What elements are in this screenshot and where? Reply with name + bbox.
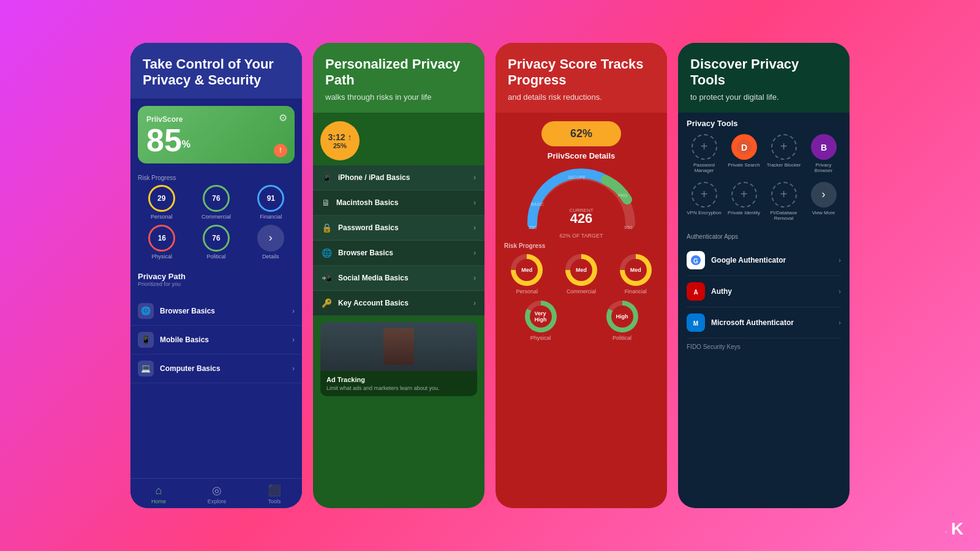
iphone-icon: 📱 xyxy=(322,173,332,182)
bottom-nav: ⌂ Home ◎ Explore ⬛ Tools xyxy=(130,478,302,508)
video-thumbnail xyxy=(320,322,477,371)
plus-icon-password: + xyxy=(692,134,717,160)
tool-view-more[interactable]: › View More xyxy=(806,182,841,221)
risk-row-3-2: VeryHigh Physical High Political xyxy=(504,301,658,341)
auth-arrow-authy: › xyxy=(839,287,841,296)
card2-header: Personalized Privacy Path walks through … xyxy=(313,43,484,113)
card3-title: Privacy Score Tracks Progress xyxy=(508,56,655,89)
svg-text:G: G xyxy=(693,258,698,264)
risk-val-political: 76 xyxy=(212,234,220,242)
risk-donut-inner-political: High xyxy=(611,305,633,328)
risk-circles-row1: 29 Personal 76 Commercial 91 Financial xyxy=(138,185,295,220)
nav-item-browser[interactable]: 🌐 Browser Basics › xyxy=(130,297,302,326)
microsoft-icon: M xyxy=(687,313,705,332)
home-icon: ⌂ xyxy=(155,484,162,497)
menu-item-key-account[interactable]: 🔑 Key Account Basics › xyxy=(313,291,484,316)
svg-text:SECURE: SECURE xyxy=(568,175,586,179)
menu-item-password[interactable]: 🔒 Password Basics › xyxy=(313,216,484,241)
risk-item-personal: 29 Personal xyxy=(148,185,175,220)
bottom-nav-explore[interactable]: ◎ Explore xyxy=(208,484,227,504)
privacy-tools-section: Privacy Tools + Password Manager D xyxy=(678,113,850,233)
auth-section-title: Authenticator Apps xyxy=(687,233,841,240)
risk-label-3: Risk Progress xyxy=(504,242,658,249)
bottom-nav-home[interactable]: ⌂ Home xyxy=(151,484,166,504)
risk-name-3-commercial: Commercial xyxy=(567,288,596,294)
risk-section-1: Risk Progress 29 Personal 76 Commercial … xyxy=(130,171,302,267)
tool-pi-removal[interactable]: + PI/Database Removal xyxy=(766,182,801,221)
risk-circle-political: 76 xyxy=(203,225,230,252)
chevron-right-icon-2: › xyxy=(292,335,295,344)
auth-row-ms[interactable]: M Microsoft Authenticator › xyxy=(687,307,841,339)
tool-password-manager[interactable]: + Password Manager xyxy=(687,134,722,173)
menu-item-mac[interactable]: 🖥 Macintosh Basics › xyxy=(313,190,484,216)
auth-name-authy: Authy xyxy=(711,287,839,296)
explore-icon: ◎ xyxy=(212,484,222,497)
menu-item-iphone[interactable]: 📱 iPhone / iPad Basics › xyxy=(313,165,484,190)
card1-header: Take Control of Your Privacy & Security xyxy=(130,43,302,99)
gauge-title: PriivScore Details xyxy=(508,151,655,160)
menu-label-social: Social Media Basics xyxy=(338,274,473,282)
browser-icon-2: 🌐 xyxy=(322,248,332,258)
privacy-tools-title: Privacy Tools xyxy=(687,119,841,128)
risk-name-physical: Physical xyxy=(152,253,173,260)
card2-title: Personalized Privacy Path xyxy=(325,56,472,89)
nav-label-explore: Explore xyxy=(208,498,227,504)
tool-vpn[interactable]: + VPN Encryption xyxy=(687,182,722,221)
menu-arrow-6: › xyxy=(473,299,476,307)
phone-card-3: Privacy Score Tracks Progress and detail… xyxy=(496,43,667,508)
menu-item-browser[interactable]: 🌐 Browser Basics › xyxy=(313,241,484,266)
menu-item-social[interactable]: 📲 Social Media Basics › xyxy=(313,266,484,291)
details-chevron-icon[interactable]: › xyxy=(257,225,284,252)
svg-text:950: 950 xyxy=(624,225,633,230)
menu-arrow-3: › xyxy=(473,223,476,232)
card1-body: PriivScore ⚙ 85% ! Risk Progress 29 Pers… xyxy=(130,99,302,478)
bottom-nav-tools[interactable]: ⬛ Tools xyxy=(268,484,281,504)
risk-val-physical: 16 xyxy=(158,234,166,242)
google-icon: G xyxy=(687,251,705,269)
risk-circle-physical: 16 xyxy=(148,225,175,252)
plus-icon-identity: + xyxy=(731,182,757,208)
gauge-svg: 250 950 SECURE BASIC PRO CURRENT 426 xyxy=(520,163,643,233)
nav-label-computer: Computer Basics xyxy=(160,364,292,373)
risk-section-3: Risk Progress Med Personal Med Commercia… xyxy=(496,239,667,351)
tool-tracker-blocker[interactable]: + Tracker Blocker xyxy=(766,134,801,173)
tool-label-browser: Privacy Browser xyxy=(806,162,841,173)
svg-text:426: 426 xyxy=(570,211,593,226)
nav-item-computer[interactable]: 💻 Computer Basics › xyxy=(130,354,302,383)
phone-card-1: Take Control of Your Privacy & Security … xyxy=(130,43,302,508)
tools-grid-row2: + VPN Encryption + Private Identity + PI… xyxy=(687,182,841,221)
view-more-arrow-icon: › xyxy=(811,182,837,208)
video-card[interactable]: Ad Tracking Limit what ads and marketers… xyxy=(320,322,477,396)
k-logo-letter: K xyxy=(951,519,963,538)
tool-private-identity[interactable]: + Private Identity xyxy=(726,182,761,221)
mobile-icon: 📱 xyxy=(138,332,154,348)
gear-icon[interactable]: ⚙ xyxy=(279,112,287,124)
card2-body: 3:12 ↑ 25% 📱 iPhone / iPad Basics › 🖥 Ma… xyxy=(313,113,484,508)
risk-name-details: Details xyxy=(262,253,279,260)
nav-item-mobile[interactable]: 📱 Mobile Basics › xyxy=(130,326,302,354)
priiv-badge: ! xyxy=(274,144,287,157)
chevron-right-icon-3: › xyxy=(292,364,295,373)
phones-container: Take Control of Your Privacy & Security … xyxy=(118,31,862,520)
risk-item-3-political: High Political xyxy=(606,301,638,341)
video-info: Ad Tracking Limit what ads and marketers… xyxy=(320,371,477,396)
risk-donut-inner-physical: VeryHigh xyxy=(530,305,552,328)
mac-icon: 🖥 xyxy=(322,198,330,208)
menu-arrow-4: › xyxy=(473,249,476,257)
risk-name-financial: Financial xyxy=(260,214,282,220)
password-icon: 🔒 xyxy=(322,223,332,233)
risk-donut-political: High xyxy=(606,301,638,332)
menu-label-iphone: iPhone / iPad Basics xyxy=(338,173,473,182)
nav-label-tools: Tools xyxy=(268,498,281,504)
risk-item-details[interactable]: › Details xyxy=(257,225,284,260)
tool-brave-browser[interactable]: B Privacy Browser xyxy=(806,134,841,173)
auth-row-google[interactable]: G Google Authenticator › xyxy=(687,245,841,276)
tool-label-more: View More xyxy=(812,210,835,216)
priiv-score-label: PriivScore xyxy=(146,115,183,124)
plus-icon-vpn: + xyxy=(692,182,717,208)
auth-arrow-ms: › xyxy=(839,318,841,327)
tool-duckduckgo[interactable]: D Private Search xyxy=(726,134,761,173)
auth-row-authy[interactable]: A Authy › xyxy=(687,276,841,307)
gauge-container: PriivScore Details 250 950 SECURE BASIC xyxy=(496,151,667,239)
risk-name-3-personal: Personal xyxy=(516,288,538,294)
